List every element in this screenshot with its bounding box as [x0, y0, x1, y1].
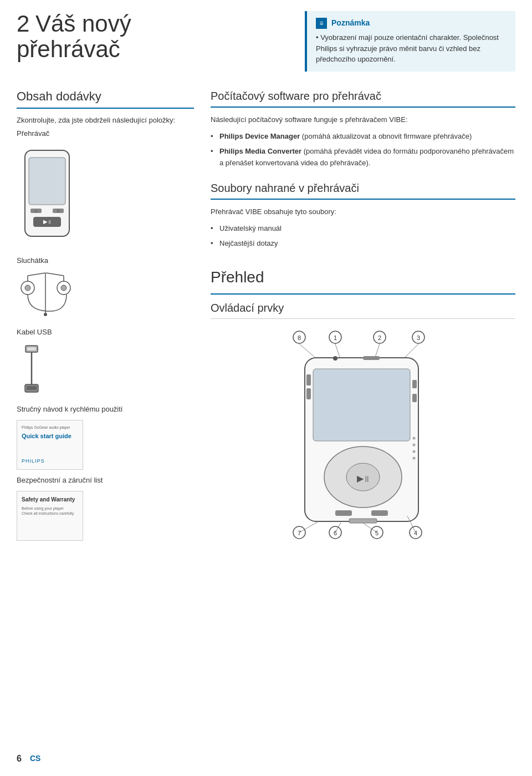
svg-text:8: 8 — [298, 334, 301, 341]
svg-rect-37 — [306, 374, 311, 386]
obsah-title: Obsah dodávky — [17, 88, 194, 109]
svg-text:▶॥: ▶॥ — [357, 474, 370, 483]
software-desc-1: (pomáhá aktualizovat a obnovit firmware … — [302, 132, 472, 140]
safety-title-text: Safety and Warranty — [22, 496, 78, 504]
obsah-davky-section: Obsah dodávky Zkontrolujte, zda jste obd… — [17, 88, 194, 541]
note-box: ≡ Poznámka • Vyobrazení mají pouze orien… — [305, 11, 515, 72]
main-content: Obsah dodávky Zkontrolujte, zda jste obd… — [17, 88, 515, 547]
svg-rect-22 — [27, 386, 37, 390]
software-intro: Následující počítačový software funguje … — [211, 114, 515, 126]
software-section: Počítačový software pro přehrávač Násled… — [211, 88, 515, 169]
svg-text:3: 3 — [417, 334, 420, 341]
svg-rect-36 — [313, 369, 410, 441]
strucny-navod-label: Stručný návod k rychlému použití — [17, 404, 194, 414]
note-title: Poznámka — [331, 18, 370, 29]
svg-rect-46 — [349, 519, 377, 523]
svg-text:⊙: ⊙ — [34, 209, 38, 213]
safety-book: Safety and Warranty Before using your pl… — [17, 491, 83, 541]
chapter-title-text: Váš nový přehrávač — [17, 11, 131, 62]
soubory-item-text-1: Uživatelský manuál — [219, 224, 282, 232]
earphones-illustration — [17, 271, 194, 322]
usb-svg — [17, 343, 47, 395]
prehled-section: Přehled Ovládací prvky 8 1 2 3 — [211, 266, 515, 544]
kabel-usb-label: Kabel USB — [17, 327, 194, 337]
soubory-item-text-2: Nejčastější dotazy — [219, 239, 278, 247]
soubory-item-2: Nejčastější dotazy — [211, 238, 515, 250]
page: 2 Váš nový přehrávač ≡ Poznámka • Vyobra… — [0, 0, 532, 776]
chapter-number: 2 — [17, 11, 29, 37]
svg-rect-44 — [335, 510, 352, 516]
software-list: Philips Device Manager (pomáhá aktualizo… — [211, 131, 515, 169]
sluchatka-label: Sluchátka — [17, 256, 194, 266]
lang-label: CS — [30, 753, 40, 764]
prehled-divider — [211, 293, 515, 295]
svg-point-11 — [61, 285, 66, 291]
svg-text:☰: ☰ — [57, 209, 60, 213]
svg-line-15 — [46, 273, 64, 276]
svg-text:5: 5 — [375, 530, 378, 536]
note-content: Vyobrazení mají pouze orientační charakt… — [316, 33, 499, 63]
svg-text:6: 6 — [334, 530, 337, 536]
soubory-intro: Přehrávač VIBE obsahuje tyto soubory: — [211, 206, 515, 218]
note-icon: ≡ — [316, 18, 327, 29]
software-name-1: Philips Device Manager — [219, 132, 300, 140]
svg-rect-1 — [29, 158, 65, 205]
book-title-text: Quick start guide — [22, 432, 78, 440]
svg-text:2: 2 — [378, 334, 381, 341]
software-title: Počítačový software pro přehrávač — [211, 88, 515, 108]
header: 2 Váš nový přehrávač ≡ Poznámka • Vyobra… — [17, 11, 515, 72]
soubory-title: Soubory nahrané v přehrávači — [211, 180, 515, 200]
device-large-illustration: 8 1 2 3 — [211, 327, 515, 544]
note-header: ≡ Poznámka — [316, 18, 507, 29]
software-item-1: Philips Device Manager (pomáhá aktualizo… — [211, 131, 515, 143]
right-column: Počítačový software pro přehrávač Násled… — [211, 88, 515, 547]
svg-text:▶॥: ▶॥ — [43, 219, 52, 225]
ovladaci-title: Ovládací prvky — [211, 300, 515, 319]
svg-rect-38 — [306, 388, 311, 399]
svg-rect-39 — [412, 380, 417, 388]
svg-point-63 — [333, 356, 337, 361]
safety-line1: Before using your player — [22, 506, 78, 511]
obsah-item1: Přehrávač — [17, 129, 194, 139]
svg-rect-40 — [412, 394, 417, 402]
prehled-title: Přehled — [211, 266, 515, 288]
software-intro-text: Následující počítačový software funguje … — [211, 115, 408, 124]
svg-line-14 — [28, 273, 45, 276]
svg-point-60 — [413, 444, 416, 447]
soubory-list: Uživatelský manuál Nejčastější dotazy — [211, 223, 515, 250]
left-column: Obsah dodávky Zkontrolujte, zda jste obd… — [17, 88, 194, 547]
svg-rect-19 — [27, 347, 36, 351]
bezpecnostni-label: Bezpečnostní a záruční list — [17, 475, 194, 485]
software-item-2: Philips Media Converter (pomáhá převádět… — [211, 146, 515, 169]
svg-point-59 — [413, 437, 416, 440]
chapter-title: 2 Váš nový přehrávač — [17, 11, 131, 62]
svg-rect-64 — [363, 356, 380, 360]
svg-point-62 — [413, 457, 416, 460]
software-name-2: Philips Media Converter — [219, 147, 301, 155]
page-number: 6 — [17, 753, 22, 765]
book-philips-label: PHILIPS — [22, 458, 45, 465]
svg-text:1: 1 — [334, 334, 337, 341]
soubory-intro-text: Přehrávač VIBE obsahuje tyto soubory: — [211, 207, 336, 216]
earphones-svg — [17, 271, 78, 318]
book-brand-text: Philips GoGear audio player — [22, 425, 78, 430]
quick-start-book: Philips GoGear audio player Quick start … — [17, 420, 83, 470]
player-illustration: ⊙ ☰ ▶॥ — [17, 148, 194, 248]
svg-point-17 — [44, 313, 47, 316]
obsah-intro: Zkontrolujte, zda jste obdrželi následuj… — [17, 115, 194, 125]
note-bullet: • — [316, 33, 320, 42]
soubory-section: Soubory nahrané v přehrávači Přehrávač V… — [211, 180, 515, 250]
device-large-svg: 8 1 2 3 — [263, 327, 463, 544]
svg-point-61 — [413, 450, 416, 453]
player-svg: ⊙ ☰ ▶॥ — [17, 148, 78, 245]
page-footer: 6 CS — [17, 753, 40, 765]
usb-cable-illustration — [17, 343, 194, 399]
svg-point-9 — [25, 285, 30, 291]
svg-text:7: 7 — [298, 530, 301, 536]
svg-text:4: 4 — [414, 530, 417, 536]
soubory-item-1: Uživatelský manuál — [211, 223, 515, 235]
safety-line2: Check all instructions carefully — [22, 511, 78, 516]
svg-rect-45 — [371, 510, 388, 516]
